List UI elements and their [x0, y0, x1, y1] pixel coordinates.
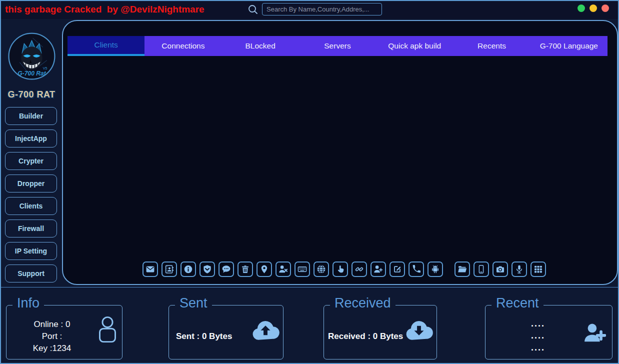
footer-divider: [1, 287, 618, 288]
info-values: Online : 0Port :Key :1234: [10, 318, 94, 354]
received-value: Received : 0 Bytes: [328, 332, 403, 342]
sidebar-item-injectapp[interactable]: InjectApp: [5, 130, 57, 148]
files-icon[interactable]: [454, 262, 470, 277]
delete-icon[interactable]: [238, 262, 253, 277]
recent-line: ....: [486, 342, 590, 354]
tab-recents[interactable]: Recents: [453, 36, 530, 56]
keyboard-icon[interactable]: [294, 262, 310, 277]
sms-icon[interactable]: [218, 262, 234, 277]
app-window: this garbage Cracked by @DevilzNightmare…: [0, 0, 619, 364]
remove-user-icon[interactable]: [276, 262, 291, 277]
app-name: G-700 RAT: [1, 90, 62, 100]
svg-text:V5: V5: [43, 66, 48, 70]
user-outline-icon: [97, 314, 118, 344]
titlebar: this garbage Cracked by @DevilzNightmare: [1, 1, 618, 19]
info-legend: Info: [12, 296, 44, 310]
recent-values: ............: [486, 318, 590, 354]
traffic-light-yellow[interactable]: [590, 4, 597, 12]
sent-panel: Sent Sent : 0 Bytes: [168, 305, 284, 360]
tab-quick-apk-build[interactable]: Quick apk build: [376, 36, 453, 56]
sent-value: Sent : 0 Bytes: [176, 332, 232, 342]
call-icon[interactable]: [408, 262, 424, 277]
app-logo: G-700 Rat V5: [8, 32, 56, 80]
tab-g-700-language[interactable]: G-700 Language: [530, 36, 608, 56]
info-icon[interactable]: [180, 262, 196, 277]
window-title: this garbage Cracked by @DevilzNightmare: [5, 4, 204, 15]
search-input[interactable]: [262, 3, 382, 16]
location-icon[interactable]: [256, 262, 272, 277]
recent-panel: Recent ............: [485, 305, 612, 360]
recent-line: ....: [486, 318, 590, 330]
apps-icon[interactable]: [530, 262, 546, 277]
sidebar-item-ip-setting[interactable]: IP Setting: [5, 242, 57, 260]
tab-connections[interactable]: Connections: [144, 36, 222, 56]
cloud-download-icon: [404, 318, 434, 342]
contacts-icon[interactable]: [162, 262, 177, 277]
world-icon[interactable]: [314, 262, 329, 277]
mail-icon[interactable]: [142, 262, 158, 277]
mic-icon[interactable]: [512, 262, 527, 277]
tab-bar: ClientsConnectionsBLockedServersQuick ap…: [68, 36, 608, 56]
traffic-light-red[interactable]: [602, 4, 609, 12]
received-panel: Received Received : 0 Bytes: [324, 305, 437, 360]
svg-text:G-700 Rat: G-700 Rat: [18, 70, 46, 77]
edit-icon[interactable]: [390, 262, 405, 277]
search-icon: [247, 4, 259, 16]
recent-legend: Recent: [492, 296, 544, 310]
sidebar-item-clients[interactable]: Clients: [5, 197, 57, 215]
client-actions-toolbar: [142, 262, 546, 277]
window-controls: [578, 4, 609, 12]
traffic-light-green[interactable]: [578, 4, 585, 12]
tab-clients[interactable]: Clients: [68, 36, 144, 56]
main-panel: ClientsConnectionsBLockedServersQuick ap…: [62, 20, 618, 285]
add-user-icon[interactable]: [370, 262, 386, 277]
user-add-icon: [583, 322, 606, 344]
sidebar-item-builder[interactable]: Builder: [5, 107, 57, 125]
sidebar-item-support[interactable]: Support: [5, 264, 57, 282]
sidebar: BuilderInjectAppCrypterDropperClientsFir…: [5, 107, 57, 282]
device-icon[interactable]: [474, 262, 489, 277]
android-icon[interactable]: [428, 262, 443, 277]
tap-icon[interactable]: [332, 262, 348, 277]
camera-icon[interactable]: [492, 262, 508, 277]
sent-legend: Sent: [175, 296, 212, 310]
tab-servers[interactable]: Servers: [299, 36, 376, 56]
recent-line: ....: [486, 330, 590, 342]
tab-blocked[interactable]: BLocked: [222, 36, 299, 56]
sidebar-item-firewall[interactable]: Firewall: [5, 220, 57, 238]
link-icon[interactable]: [352, 262, 367, 277]
info-line: Port :: [10, 330, 94, 342]
sidebar-item-crypter[interactable]: Crypter: [5, 152, 57, 170]
info-panel: Info Online : 0Port :Key :1234: [6, 305, 122, 360]
received-legend: Received: [330, 296, 396, 310]
cloud-upload-icon: [251, 318, 280, 342]
sidebar-item-dropper[interactable]: Dropper: [5, 174, 57, 192]
info-line: Key :1234: [10, 342, 94, 354]
info-line: Online : 0: [10, 318, 94, 330]
search-area: [247, 3, 382, 16]
shield-icon[interactable]: [200, 262, 215, 277]
